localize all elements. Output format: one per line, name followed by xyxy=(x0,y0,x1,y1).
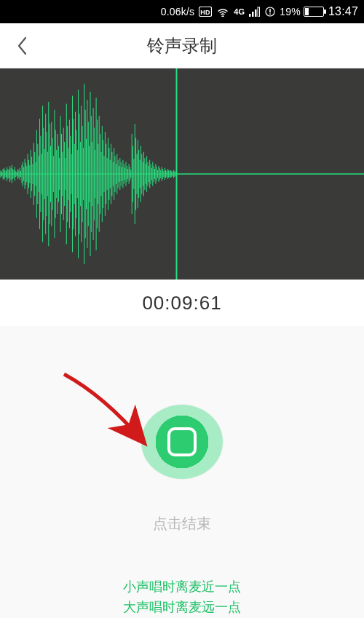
signal-icon xyxy=(249,7,261,17)
svg-rect-4 xyxy=(255,9,257,17)
record-area: 点击结束 小声唱时离麦近一点 大声唱时离麦远一点 xyxy=(0,326,364,618)
svg-rect-7 xyxy=(270,9,272,12)
waveform-panel xyxy=(0,68,364,280)
battery-percent: 19% xyxy=(280,6,301,17)
battery-indicator: 19% xyxy=(280,6,324,17)
status-net-speed: 0.06k/s xyxy=(161,6,195,17)
sim-alert-icon xyxy=(265,7,275,17)
wifi-icon xyxy=(216,7,229,17)
app-bar: 铃声录制 xyxy=(0,23,364,68)
page-title: 铃声录制 xyxy=(0,34,364,58)
stop-record-button[interactable] xyxy=(141,405,223,479)
svg-rect-2 xyxy=(249,14,251,17)
stop-icon xyxy=(167,427,197,456)
recording-timer: 00:09:61 xyxy=(142,292,221,314)
hd-icon: HD xyxy=(199,7,212,17)
status-bar: 0.06k/s HD 4G 19% 13:47 xyxy=(0,0,364,23)
network-4g-icon: 4G xyxy=(234,7,245,16)
svg-rect-3 xyxy=(252,12,254,17)
waveform-graphic xyxy=(0,68,364,280)
tip-line-1: 小声唱时离麦近一点 xyxy=(123,577,241,598)
tip-line-2: 大声唱时离麦远一点 xyxy=(123,598,241,618)
recording-tips: 小声唱时离麦近一点 大声唱时离麦远一点 xyxy=(123,577,241,618)
svg-rect-8 xyxy=(270,13,272,15)
svg-text:HD: HD xyxy=(201,9,211,16)
svg-rect-5 xyxy=(258,7,260,17)
back-button[interactable] xyxy=(0,23,44,68)
status-clock: 13:47 xyxy=(328,5,358,18)
chevron-left-icon xyxy=(16,36,28,56)
timer-row: 00:09:61 xyxy=(0,280,364,326)
record-hint: 点击结束 xyxy=(153,514,211,534)
